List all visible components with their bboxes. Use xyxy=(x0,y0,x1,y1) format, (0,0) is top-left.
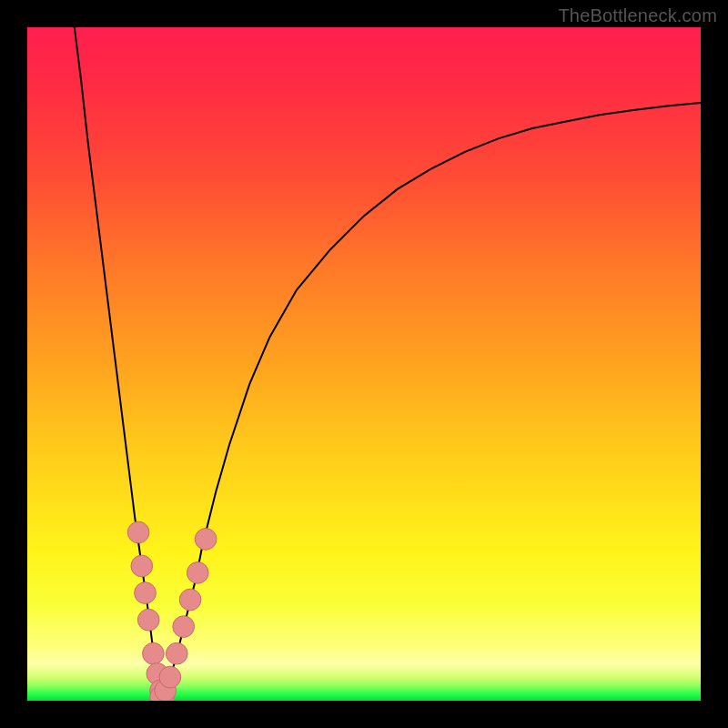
plot-area xyxy=(27,27,701,701)
watermark-text: TheBottleneck.com xyxy=(558,5,717,26)
chart-frame: TheBottleneck.com xyxy=(0,0,728,728)
data-marker xyxy=(159,666,181,688)
data-marker xyxy=(179,589,201,611)
data-marker xyxy=(143,642,165,664)
data-marker xyxy=(135,582,157,604)
data-marker xyxy=(127,521,149,543)
data-marker xyxy=(173,616,195,638)
curve-right xyxy=(163,103,701,694)
data-marker xyxy=(187,562,208,584)
data-marker xyxy=(137,609,159,631)
chart-svg xyxy=(27,27,701,701)
data-marker xyxy=(131,555,153,577)
curve-right-path xyxy=(163,103,701,694)
data-marker xyxy=(195,529,217,551)
data-marker xyxy=(166,642,187,664)
markers xyxy=(127,521,217,701)
